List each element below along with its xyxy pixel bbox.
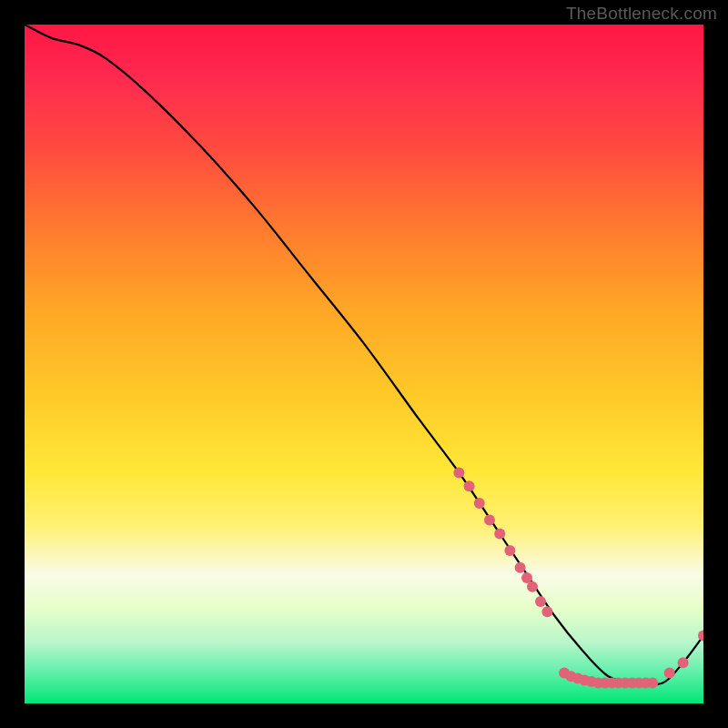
data-marker — [664, 667, 675, 678]
data-marker — [515, 562, 526, 573]
data-markers — [453, 467, 703, 688]
data-marker — [494, 529, 505, 540]
data-marker — [541, 606, 552, 617]
watermark-text: TheBottleneck.com — [566, 4, 717, 24]
data-marker — [535, 596, 546, 607]
data-marker — [484, 515, 495, 526]
bottleneck-curve — [25, 25, 703, 685]
data-marker — [504, 545, 515, 556]
data-marker — [647, 678, 658, 689]
curve-layer — [25, 25, 703, 703]
data-marker — [453, 467, 464, 478]
chart-frame: TheBottleneck.com — [0, 0, 728, 728]
plot-area — [25, 25, 703, 703]
data-marker — [474, 498, 485, 509]
data-marker — [678, 657, 689, 668]
data-marker — [698, 630, 703, 641]
data-marker — [527, 581, 538, 592]
data-marker — [464, 480, 475, 491]
